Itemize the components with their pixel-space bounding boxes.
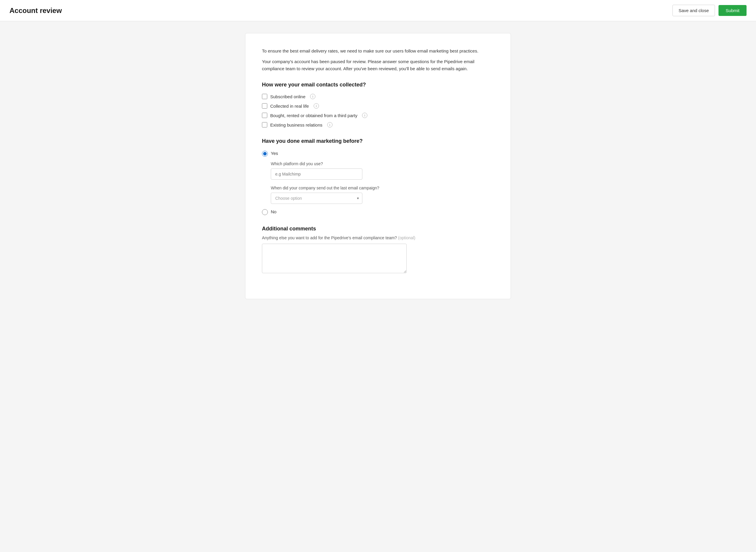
radio-no[interactable]: No bbox=[262, 209, 494, 215]
checkbox-bought-rented-label: Bought, rented or obtained from a third … bbox=[270, 113, 357, 118]
checkbox-collected-real-life[interactable]: Collected in real life i bbox=[262, 103, 494, 109]
platform-field-group: Which platform did you use? bbox=[271, 161, 494, 180]
save-close-button[interactable]: Save and close bbox=[672, 5, 715, 16]
checkbox-subscribed-online-label: Subscribed online bbox=[270, 94, 305, 99]
checkbox-existing-business[interactable]: Existing business relations i bbox=[262, 122, 494, 127]
marketing-section: Have you done email marketing before? Ye… bbox=[262, 138, 494, 215]
checkbox-collected-real-life-input[interactable] bbox=[262, 103, 267, 109]
checkbox-existing-business-label: Existing business relations bbox=[270, 122, 322, 127]
header-actions: Save and close Submit bbox=[672, 5, 747, 16]
page-header: Account review Save and close Submit bbox=[0, 0, 756, 21]
campaign-select[interactable]: Choose option Within the last month 1-3 … bbox=[271, 193, 362, 204]
campaign-select-wrapper: Choose option Within the last month 1-3 … bbox=[271, 193, 362, 204]
radio-no-input[interactable] bbox=[262, 209, 268, 215]
checkbox-bought-rented-input[interactable] bbox=[262, 113, 267, 118]
subscribed-online-info-icon[interactable]: i bbox=[310, 94, 315, 99]
yes-sub-fields: Which platform did you use? When did you… bbox=[271, 161, 494, 204]
marketing-section-title: Have you done email marketing before? bbox=[262, 138, 494, 144]
comments-textarea[interactable] bbox=[262, 244, 407, 273]
checkbox-subscribed-online-input[interactable] bbox=[262, 94, 267, 99]
bought-rented-info-icon[interactable]: i bbox=[362, 113, 367, 118]
checkbox-collected-real-life-label: Collected in real life bbox=[270, 104, 309, 109]
submit-button[interactable]: Submit bbox=[719, 5, 747, 16]
intro-text: To ensure the best email delivery rates,… bbox=[262, 47, 494, 72]
contacts-section-title: How were your email contacts collected? bbox=[262, 82, 494, 88]
optional-label: (optional) bbox=[398, 236, 415, 240]
intro-line-2: Your company's account has been paused f… bbox=[262, 58, 494, 72]
contacts-section: How were your email contacts collected? … bbox=[262, 82, 494, 127]
collected-real-life-info-icon[interactable]: i bbox=[314, 103, 319, 109]
contacts-checkbox-group: Subscribed online i Collected in real li… bbox=[262, 94, 494, 127]
intro-line-1: To ensure the best email delivery rates,… bbox=[262, 47, 494, 54]
comment-question: Anything else you want to add for the Pi… bbox=[262, 236, 494, 240]
campaign-label: When did your company send out the last … bbox=[271, 185, 494, 190]
radio-no-label: No bbox=[271, 209, 277, 214]
existing-business-info-icon[interactable]: i bbox=[327, 122, 332, 127]
radio-yes-input[interactable] bbox=[262, 151, 268, 157]
platform-input[interactable] bbox=[271, 168, 362, 180]
platform-label: Which platform did you use? bbox=[271, 161, 494, 166]
radio-yes-label: Yes bbox=[271, 150, 278, 156]
main-content: To ensure the best email delivery rates,… bbox=[0, 21, 756, 311]
checkbox-subscribed-online[interactable]: Subscribed online i bbox=[262, 94, 494, 99]
form-card: To ensure the best email delivery rates,… bbox=[245, 33, 511, 299]
campaign-field-group: When did your company send out the last … bbox=[271, 185, 494, 204]
radio-yes-container: Yes Which platform did you use? When did… bbox=[262, 150, 494, 204]
page-title: Account review bbox=[9, 6, 62, 15]
radio-yes[interactable]: Yes bbox=[262, 150, 494, 157]
comments-section: Additional comments Anything else you wa… bbox=[262, 226, 494, 274]
checkbox-bought-rented[interactable]: Bought, rented or obtained from a third … bbox=[262, 113, 494, 118]
marketing-radio-group: Yes Which platform did you use? When did… bbox=[262, 150, 494, 215]
comments-section-title: Additional comments bbox=[262, 226, 494, 232]
checkbox-existing-business-input[interactable] bbox=[262, 122, 267, 127]
